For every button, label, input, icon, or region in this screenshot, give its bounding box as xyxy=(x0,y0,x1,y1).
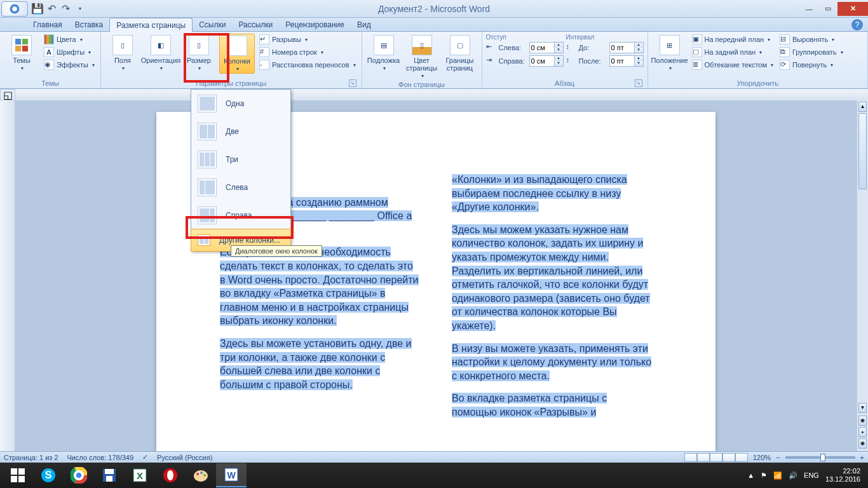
text-wrap-button[interactable]: ≣Обтекание текстом xyxy=(690,59,776,71)
tray-up-icon[interactable]: ▲ xyxy=(747,471,754,479)
status-page[interactable]: Страница: 1 из 2 xyxy=(4,454,58,461)
tray-volume-icon[interactable]: 🔊 xyxy=(789,471,797,480)
margins-button[interactable]: ▯Поля xyxy=(105,34,140,72)
theme-colors-button[interactable]: Цвета xyxy=(42,34,97,45)
status-words[interactable]: Число слов: 178/349 xyxy=(67,454,134,461)
svg-text:X: X xyxy=(137,470,143,481)
prev-page-button[interactable]: ◉ xyxy=(858,416,867,426)
taskbar-paint[interactable] xyxy=(186,463,216,487)
spacing-after-spinner[interactable]: ▲▼ xyxy=(609,55,644,67)
taskbar-skype[interactable]: S xyxy=(33,463,64,487)
group-icon: ⧉ xyxy=(780,47,790,57)
columns-option-right[interactable]: Справа xyxy=(191,201,290,229)
svg-rect-2 xyxy=(15,39,21,44)
paragraph-dialog-launcher[interactable]: ↘ xyxy=(635,79,642,87)
taskbar-save[interactable] xyxy=(94,463,125,487)
svg-rect-3 xyxy=(22,39,28,44)
tab-page-layout[interactable]: Разметка страницы xyxy=(109,18,193,32)
line-numbers-button[interactable]: #Номера строк xyxy=(257,46,357,58)
view-print-layout[interactable] xyxy=(684,453,697,462)
theme-effects-button[interactable]: ◉Эффекты xyxy=(42,59,97,71)
office-button[interactable] xyxy=(1,1,28,17)
themes-button[interactable]: Темы xyxy=(4,34,39,72)
columns-option-three[interactable]: Три xyxy=(191,146,290,173)
bring-front-button[interactable]: ▣На передний план xyxy=(690,34,776,45)
taskbar-opera[interactable] xyxy=(155,463,186,487)
spacing-before-spinner[interactable]: ▲▼ xyxy=(609,42,644,53)
tab-references[interactable]: Ссылки xyxy=(193,18,232,31)
minimize-button[interactable]: — xyxy=(799,2,818,16)
columns-option-one[interactable]: Одна xyxy=(191,90,290,118)
view-outline[interactable] xyxy=(722,453,735,462)
horizontal-ruler[interactable]: ◱ xyxy=(0,89,868,100)
columns-option-two[interactable]: Две xyxy=(191,118,290,146)
document-scroll[interactable]: олбцы в Ворде ема посвящена созданию рам… xyxy=(15,100,857,451)
taskbar-excel[interactable]: X xyxy=(125,463,155,487)
view-full-screen[interactable] xyxy=(697,453,710,462)
page-setup-dialog-launcher[interactable]: ↘ xyxy=(349,79,356,87)
position-button[interactable]: ⊞Положение xyxy=(652,34,688,72)
redo-icon[interactable]: ↷ xyxy=(60,3,71,15)
page-color-button[interactable]: ▯Цвет страницы xyxy=(404,34,440,80)
rotate-button[interactable]: ⟳Повернуть xyxy=(778,59,845,71)
orientation-button[interactable]: ◧Ориентация xyxy=(143,34,179,72)
close-button[interactable]: ✕ xyxy=(837,2,868,16)
qat-customize-icon[interactable] xyxy=(74,3,85,15)
align-button[interactable]: ⊟Выровнять xyxy=(778,34,845,45)
maximize-button[interactable]: ▭ xyxy=(818,2,837,16)
status-proofing-icon[interactable]: ✓ xyxy=(142,453,148,461)
vertical-ruler[interactable] xyxy=(0,100,15,451)
status-language[interactable]: Русский (Россия) xyxy=(157,454,212,461)
scroll-thumb[interactable] xyxy=(858,113,867,189)
browse-object-button[interactable]: ⬥ xyxy=(858,427,867,437)
hyphenation-button[interactable]: -Расстановка переносов xyxy=(257,59,357,71)
tab-mailings[interactable]: Рассылки xyxy=(232,18,279,31)
view-draft[interactable] xyxy=(735,453,748,462)
tab-review[interactable]: Рецензирование xyxy=(279,18,351,31)
group-button[interactable]: ⧉Группировать xyxy=(778,46,845,58)
quick-access-toolbar: 💾 ↶ ↷ xyxy=(32,3,85,15)
send-back-button[interactable]: ▢На задний план xyxy=(690,46,776,58)
zoom-in-button[interactable]: + xyxy=(860,454,864,461)
zoom-level[interactable]: 120% xyxy=(753,454,771,461)
zoom-out-button[interactable]: − xyxy=(776,454,780,461)
undo-icon[interactable]: ↶ xyxy=(46,3,57,15)
save-icon[interactable]: 💾 xyxy=(32,3,43,15)
tray-flag-icon[interactable]: ⚑ xyxy=(761,471,767,480)
group-arrange-label: Упорядочить xyxy=(652,79,864,88)
scroll-up-arrow[interactable]: ▲ xyxy=(858,102,867,112)
zoom-slider[interactable] xyxy=(785,456,855,459)
tab-home[interactable]: Главная xyxy=(27,18,69,31)
size-button[interactable]: ▯Размер xyxy=(181,34,217,72)
start-button[interactable] xyxy=(3,463,33,487)
scroll-down-arrow[interactable]: ▼ xyxy=(858,403,867,413)
tray-clock[interactable]: 22:02 13.12.2016 xyxy=(825,467,860,484)
svg-point-1 xyxy=(12,6,17,11)
columns-option-left[interactable]: Слева xyxy=(191,173,290,201)
view-web-layout[interactable] xyxy=(710,453,722,462)
svg-rect-20 xyxy=(106,476,112,482)
tab-view[interactable]: Вид xyxy=(351,18,377,31)
effects-icon: ◉ xyxy=(44,60,54,70)
indent-right-spinner[interactable]: ▲▼ xyxy=(529,55,564,67)
titlebar: 💾 ↶ ↷ Документ2 - Microsoft Word — ▭ ✕ xyxy=(0,0,868,18)
ruler-corner[interactable]: ◱ xyxy=(0,89,15,100)
taskbar-chrome[interactable] xyxy=(64,463,94,487)
breaks-icon: ↵ xyxy=(259,34,269,44)
help-icon[interactable]: ? xyxy=(851,19,863,30)
taskbar-word[interactable]: W xyxy=(216,463,247,487)
watermark-button[interactable]: ▤Подложка xyxy=(366,34,402,72)
svg-rect-4 xyxy=(15,46,21,51)
tray-network-icon[interactable]: 📶 xyxy=(773,471,782,480)
group-themes-label: Темы xyxy=(4,79,97,88)
page-borders-button[interactable]: ▢Границы страниц xyxy=(442,34,478,73)
svg-rect-5 xyxy=(22,46,28,51)
theme-fonts-button[interactable]: AШрифты xyxy=(42,46,97,58)
vertical-scrollbar[interactable]: ▲ ▼ ◉ ⬥ ◉ xyxy=(857,100,868,451)
breaks-button[interactable]: ↵Разрывы xyxy=(257,34,357,45)
tab-insert[interactable]: Вставка xyxy=(69,18,110,31)
columns-button[interactable]: Колонки xyxy=(219,34,255,74)
indent-left-spinner[interactable]: ▲▼ xyxy=(529,42,564,53)
tray-lang[interactable]: ENG xyxy=(804,471,819,479)
next-page-button[interactable]: ◉ xyxy=(858,438,867,449)
